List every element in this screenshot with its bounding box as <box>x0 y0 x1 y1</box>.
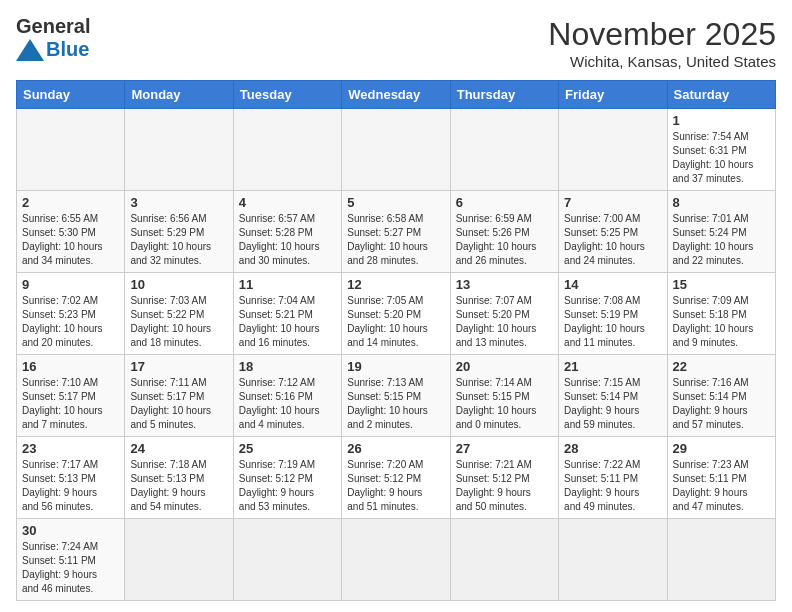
month-title: November 2025 <box>548 16 776 53</box>
calendar-day-cell: 8Sunrise: 7:01 AM Sunset: 5:24 PM Daylig… <box>667 191 775 273</box>
calendar-day-cell <box>233 519 341 601</box>
location-title: Wichita, Kansas, United States <box>548 53 776 70</box>
day-info: Sunrise: 7:18 AM Sunset: 5:13 PM Dayligh… <box>130 458 227 514</box>
title-block: November 2025 Wichita, Kansas, United St… <box>548 16 776 70</box>
calendar-day-cell: 24Sunrise: 7:18 AM Sunset: 5:13 PM Dayli… <box>125 437 233 519</box>
calendar-day-cell: 4Sunrise: 6:57 AM Sunset: 5:28 PM Daylig… <box>233 191 341 273</box>
page-header: General Blue November 2025 Wichita, Kans… <box>16 16 776 70</box>
calendar-day-cell <box>667 519 775 601</box>
calendar-day-cell <box>125 109 233 191</box>
calendar-day-cell: 13Sunrise: 7:07 AM Sunset: 5:20 PM Dayli… <box>450 273 558 355</box>
day-info: Sunrise: 7:05 AM Sunset: 5:20 PM Dayligh… <box>347 294 444 350</box>
calendar-day-cell <box>450 519 558 601</box>
day-info: Sunrise: 7:22 AM Sunset: 5:11 PM Dayligh… <box>564 458 661 514</box>
calendar-day-cell <box>559 519 667 601</box>
day-info: Sunrise: 7:10 AM Sunset: 5:17 PM Dayligh… <box>22 376 119 432</box>
day-number: 29 <box>673 441 770 456</box>
day-header-thursday: Thursday <box>450 81 558 109</box>
day-number: 21 <box>564 359 661 374</box>
calendar-week-row: 30Sunrise: 7:24 AM Sunset: 5:11 PM Dayli… <box>17 519 776 601</box>
calendar-day-cell: 12Sunrise: 7:05 AM Sunset: 5:20 PM Dayli… <box>342 273 450 355</box>
logo-blue-label: Blue <box>46 38 89 61</box>
day-info: Sunrise: 7:21 AM Sunset: 5:12 PM Dayligh… <box>456 458 553 514</box>
logo-general-label: General <box>16 15 90 37</box>
day-info: Sunrise: 7:19 AM Sunset: 5:12 PM Dayligh… <box>239 458 336 514</box>
day-header-monday: Monday <box>125 81 233 109</box>
day-number: 19 <box>347 359 444 374</box>
calendar-table: SundayMondayTuesdayWednesdayThursdayFrid… <box>16 80 776 601</box>
calendar-day-cell: 27Sunrise: 7:21 AM Sunset: 5:12 PM Dayli… <box>450 437 558 519</box>
day-number: 17 <box>130 359 227 374</box>
day-number: 16 <box>22 359 119 374</box>
day-info: Sunrise: 6:59 AM Sunset: 5:26 PM Dayligh… <box>456 212 553 268</box>
logo-general-text: General <box>16 16 90 36</box>
day-number: 8 <box>673 195 770 210</box>
calendar-day-cell: 6Sunrise: 6:59 AM Sunset: 5:26 PM Daylig… <box>450 191 558 273</box>
day-number: 11 <box>239 277 336 292</box>
day-number: 4 <box>239 195 336 210</box>
calendar-week-row: 23Sunrise: 7:17 AM Sunset: 5:13 PM Dayli… <box>17 437 776 519</box>
calendar-day-cell: 29Sunrise: 7:23 AM Sunset: 5:11 PM Dayli… <box>667 437 775 519</box>
calendar-week-row: 1Sunrise: 7:54 AM Sunset: 6:31 PM Daylig… <box>17 109 776 191</box>
day-info: Sunrise: 7:15 AM Sunset: 5:14 PM Dayligh… <box>564 376 661 432</box>
calendar-day-cell <box>450 109 558 191</box>
calendar-day-cell: 15Sunrise: 7:09 AM Sunset: 5:18 PM Dayli… <box>667 273 775 355</box>
day-header-wednesday: Wednesday <box>342 81 450 109</box>
calendar-day-cell: 21Sunrise: 7:15 AM Sunset: 5:14 PM Dayli… <box>559 355 667 437</box>
day-number: 22 <box>673 359 770 374</box>
day-info: Sunrise: 7:24 AM Sunset: 5:11 PM Dayligh… <box>22 540 119 596</box>
calendar-day-cell: 26Sunrise: 7:20 AM Sunset: 5:12 PM Dayli… <box>342 437 450 519</box>
day-number: 13 <box>456 277 553 292</box>
day-number: 23 <box>22 441 119 456</box>
day-info: Sunrise: 7:01 AM Sunset: 5:24 PM Dayligh… <box>673 212 770 268</box>
day-info: Sunrise: 7:07 AM Sunset: 5:20 PM Dayligh… <box>456 294 553 350</box>
day-info: Sunrise: 7:12 AM Sunset: 5:16 PM Dayligh… <box>239 376 336 432</box>
calendar-day-cell: 10Sunrise: 7:03 AM Sunset: 5:22 PM Dayli… <box>125 273 233 355</box>
day-info: Sunrise: 7:54 AM Sunset: 6:31 PM Dayligh… <box>673 130 770 186</box>
calendar-day-cell: 3Sunrise: 6:56 AM Sunset: 5:29 PM Daylig… <box>125 191 233 273</box>
calendar-week-row: 16Sunrise: 7:10 AM Sunset: 5:17 PM Dayli… <box>17 355 776 437</box>
day-number: 5 <box>347 195 444 210</box>
day-info: Sunrise: 7:17 AM Sunset: 5:13 PM Dayligh… <box>22 458 119 514</box>
day-number: 26 <box>347 441 444 456</box>
svg-marker-0 <box>16 39 44 61</box>
calendar-day-cell: 7Sunrise: 7:00 AM Sunset: 5:25 PM Daylig… <box>559 191 667 273</box>
calendar-day-cell: 14Sunrise: 7:08 AM Sunset: 5:19 PM Dayli… <box>559 273 667 355</box>
day-header-friday: Friday <box>559 81 667 109</box>
day-info: Sunrise: 7:16 AM Sunset: 5:14 PM Dayligh… <box>673 376 770 432</box>
day-number: 20 <box>456 359 553 374</box>
calendar-header-row: SundayMondayTuesdayWednesdayThursdayFrid… <box>17 81 776 109</box>
day-info: Sunrise: 6:55 AM Sunset: 5:30 PM Dayligh… <box>22 212 119 268</box>
day-number: 14 <box>564 277 661 292</box>
day-info: Sunrise: 7:23 AM Sunset: 5:11 PM Dayligh… <box>673 458 770 514</box>
day-number: 7 <box>564 195 661 210</box>
day-number: 6 <box>456 195 553 210</box>
calendar-week-row: 2Sunrise: 6:55 AM Sunset: 5:30 PM Daylig… <box>17 191 776 273</box>
calendar-day-cell <box>559 109 667 191</box>
calendar-day-cell: 5Sunrise: 6:58 AM Sunset: 5:27 PM Daylig… <box>342 191 450 273</box>
day-header-sunday: Sunday <box>17 81 125 109</box>
day-number: 1 <box>673 113 770 128</box>
day-number: 3 <box>130 195 227 210</box>
calendar-day-cell <box>125 519 233 601</box>
calendar-day-cell: 18Sunrise: 7:12 AM Sunset: 5:16 PM Dayli… <box>233 355 341 437</box>
day-number: 15 <box>673 277 770 292</box>
day-number: 27 <box>456 441 553 456</box>
calendar-day-cell: 28Sunrise: 7:22 AM Sunset: 5:11 PM Dayli… <box>559 437 667 519</box>
logo: General Blue <box>16 16 90 61</box>
logo-triangle-icon <box>16 39 44 61</box>
day-header-tuesday: Tuesday <box>233 81 341 109</box>
calendar-day-cell: 11Sunrise: 7:04 AM Sunset: 5:21 PM Dayli… <box>233 273 341 355</box>
day-number: 2 <box>22 195 119 210</box>
day-info: Sunrise: 7:14 AM Sunset: 5:15 PM Dayligh… <box>456 376 553 432</box>
calendar-day-cell: 22Sunrise: 7:16 AM Sunset: 5:14 PM Dayli… <box>667 355 775 437</box>
day-info: Sunrise: 7:11 AM Sunset: 5:17 PM Dayligh… <box>130 376 227 432</box>
day-info: Sunrise: 6:56 AM Sunset: 5:29 PM Dayligh… <box>130 212 227 268</box>
day-header-saturday: Saturday <box>667 81 775 109</box>
calendar-day-cell: 20Sunrise: 7:14 AM Sunset: 5:15 PM Dayli… <box>450 355 558 437</box>
day-info: Sunrise: 7:00 AM Sunset: 5:25 PM Dayligh… <box>564 212 661 268</box>
day-info: Sunrise: 7:08 AM Sunset: 5:19 PM Dayligh… <box>564 294 661 350</box>
calendar-day-cell: 2Sunrise: 6:55 AM Sunset: 5:30 PM Daylig… <box>17 191 125 273</box>
calendar-day-cell: 9Sunrise: 7:02 AM Sunset: 5:23 PM Daylig… <box>17 273 125 355</box>
day-number: 24 <box>130 441 227 456</box>
